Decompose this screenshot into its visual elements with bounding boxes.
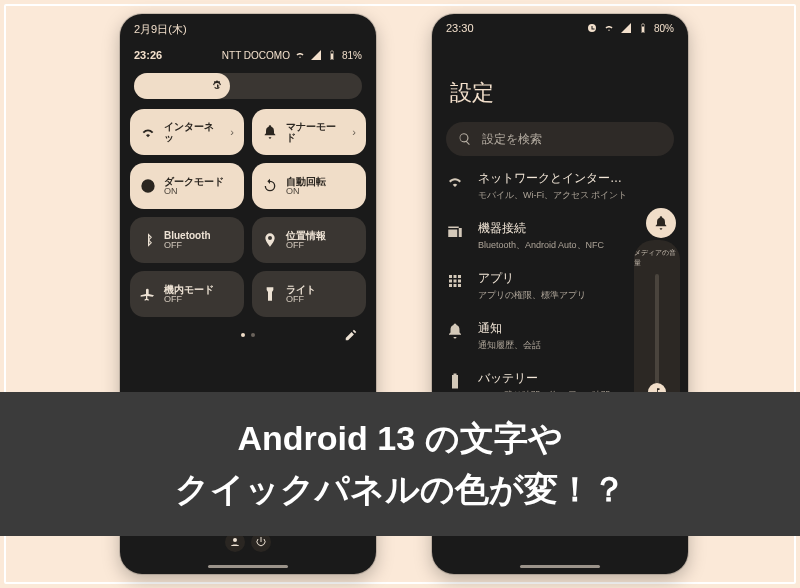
wifi-icon	[140, 124, 156, 140]
tile-state: OFF	[164, 241, 211, 251]
face-icon	[229, 536, 241, 548]
page-dot	[251, 333, 255, 337]
tile-labels: マナーモード	[286, 121, 344, 143]
gesture-bar	[520, 565, 600, 568]
brightness-icon	[210, 79, 224, 93]
wifi-icon	[603, 22, 615, 34]
ring-mode-button[interactable]	[646, 208, 676, 238]
tile-labels: インターネッ	[164, 121, 222, 143]
tile-state: ON	[286, 187, 326, 197]
flashlight-icon	[262, 286, 278, 302]
qs-tile-wifi[interactable]: インターネッ›	[130, 109, 244, 155]
signal-icon	[620, 22, 632, 34]
search-icon	[458, 132, 472, 146]
settings-statusbar: 23:30 80%	[432, 14, 688, 34]
bell-icon	[262, 124, 278, 140]
settings-row-subtitle: アプリの権限、標準アプリ	[478, 289, 586, 302]
caption-line2: クイックパネルの色が変！？	[175, 464, 626, 515]
page-dot	[241, 333, 245, 337]
tile-state: ON	[164, 187, 224, 197]
tile-label: Bluetooth	[164, 230, 211, 241]
tile-labels: ライトOFF	[286, 284, 316, 305]
contrast-icon	[140, 178, 156, 194]
alarm-icon	[586, 22, 598, 34]
tile-labels: ダークモードON	[164, 176, 224, 197]
tile-label: ダークモード	[164, 176, 224, 187]
search-placeholder: 設定を検索	[482, 131, 542, 148]
tile-label: 機内モード	[164, 284, 214, 295]
tile-label: 位置情報	[286, 230, 326, 241]
caption-line1: Android 13 の文字や	[237, 413, 562, 464]
svg-point-0	[233, 538, 237, 542]
qs-battery-pct: 81%	[342, 50, 362, 61]
caption-banner: Android 13 の文字や クイックパネルの色が変！？	[0, 392, 800, 536]
gesture-bar	[208, 565, 288, 568]
bell-icon	[446, 322, 464, 340]
qs-tile-location[interactable]: 位置情報OFF	[252, 217, 366, 263]
chevron-right-icon: ›	[352, 126, 356, 138]
tile-state: OFF	[164, 295, 214, 305]
tile-label: 自動回転	[286, 176, 326, 187]
airplane-icon	[140, 286, 156, 302]
battery-icon	[326, 49, 338, 61]
brightness-slider[interactable]	[134, 73, 362, 99]
qs-date: 2月9日(木)	[120, 14, 376, 37]
power-icon	[255, 536, 267, 548]
status-battery-pct: 80%	[654, 23, 674, 34]
tile-labels: 位置情報OFF	[286, 230, 326, 251]
bell-icon	[653, 215, 669, 231]
settings-row-labels: 機器接続Bluetooth、Android Auto、NFC	[478, 220, 604, 252]
tile-state: OFF	[286, 241, 326, 251]
qs-tile-airplane[interactable]: 機内モードOFF	[130, 271, 244, 317]
tile-label: インターネッ	[164, 121, 222, 143]
settings-row-title: 通知	[478, 320, 541, 337]
qs-carrier: NTT DOCOMO	[222, 50, 290, 61]
qs-tile-flashlight[interactable]: ライトOFF	[252, 271, 366, 317]
settings-row-wifi[interactable]: ネットワークとインターネッモバイル、Wi-Fi、アクセス ポイント	[446, 170, 674, 202]
status-time: 23:30	[446, 22, 474, 34]
tile-label: ライト	[286, 284, 316, 295]
settings-search[interactable]: 設定を検索	[446, 122, 674, 156]
apps-icon	[446, 272, 464, 290]
settings-title: 設定	[432, 34, 688, 122]
tile-labels: 機内モードOFF	[164, 284, 214, 305]
qs-tile-bell[interactable]: マナーモード›	[252, 109, 366, 155]
qs-tile-rotate[interactable]: 自動回転ON	[252, 163, 366, 209]
settings-row-title: アプリ	[478, 270, 586, 287]
chevron-right-icon: ›	[230, 126, 234, 138]
settings-row-subtitle: モバイル、Wi-Fi、アクセス ポイント	[478, 189, 628, 202]
qs-tile-bluetooth[interactable]: BluetoothOFF	[130, 217, 244, 263]
battery-icon	[637, 22, 649, 34]
settings-row-labels: アプリアプリの権限、標準アプリ	[478, 270, 586, 302]
tile-labels: 自動回転ON	[286, 176, 326, 197]
settings-row-title: バッテリー	[478, 370, 610, 387]
status-right: 80%	[586, 22, 674, 34]
rotate-icon	[262, 178, 278, 194]
settings-row-labels: ネットワークとインターネッモバイル、Wi-Fi、アクセス ポイント	[478, 170, 628, 202]
volume-label: メディアの音量	[634, 248, 680, 268]
settings-row-title: 機器接続	[478, 220, 604, 237]
tile-labels: BluetoothOFF	[164, 230, 211, 251]
wifi-icon	[294, 49, 306, 61]
qs-tile-contrast[interactable]: ダークモードON	[130, 163, 244, 209]
tile-state: OFF	[286, 295, 316, 305]
bluetooth-icon	[140, 232, 156, 248]
location-icon	[262, 232, 278, 248]
settings-row-subtitle: Bluetooth、Android Auto、NFC	[478, 239, 604, 252]
settings-row-title: ネットワークとインターネッ	[478, 170, 628, 187]
edit-icon[interactable]	[344, 328, 358, 342]
qs-tiles-grid: インターネッ›マナーモード›ダークモードON自動回転ONBluetoothOFF…	[120, 109, 376, 317]
battery-icon	[446, 372, 464, 390]
qs-status-right: NTT DOCOMO 81%	[222, 49, 362, 61]
signal-icon	[310, 49, 322, 61]
devices-icon	[446, 222, 464, 240]
qs-time: 23:26	[134, 49, 162, 61]
volume-track[interactable]	[655, 274, 659, 401]
tile-label: マナーモード	[286, 121, 344, 143]
settings-row-subtitle: 通知履歴、会話	[478, 339, 541, 352]
settings-row-labels: 通知通知履歴、会話	[478, 320, 541, 352]
qs-statusbar: 23:26 NTT DOCOMO 81%	[120, 37, 376, 67]
wifi-icon	[446, 172, 464, 190]
brightness-fill	[134, 73, 230, 99]
qs-page-indicator	[120, 333, 376, 337]
